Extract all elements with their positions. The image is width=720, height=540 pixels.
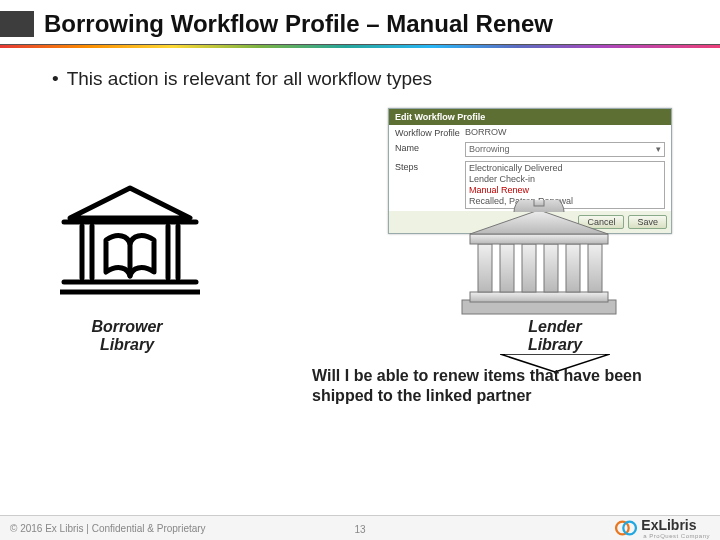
bullet-text: This action is relevant for all workflow… — [67, 68, 432, 89]
brand-name: ExLibris — [641, 517, 710, 533]
borrower-caption-line1: Borrower — [91, 318, 162, 335]
save-button[interactable]: Save — [628, 215, 667, 229]
svg-rect-16 — [588, 244, 602, 292]
svg-rect-10 — [470, 292, 608, 302]
question-text: Will I be able to renew items that have … — [312, 366, 682, 406]
name-select[interactable]: Borrowing ▾ — [465, 142, 665, 157]
svg-marker-18 — [470, 210, 608, 234]
page-number: 13 — [354, 524, 365, 535]
borrower-caption-line2: Library — [100, 336, 154, 353]
svg-rect-11 — [478, 244, 492, 292]
brand-subtitle: a ProQuest Company — [641, 533, 710, 540]
chevron-down-icon: ▾ — [656, 143, 661, 156]
brand-block: ExLibris a ProQuest Company — [615, 517, 710, 540]
lender-caption-line1: Lender — [528, 318, 581, 335]
svg-marker-0 — [70, 188, 190, 218]
footer-copyright: © 2016 Ex Libris | Confidential & Propri… — [10, 523, 206, 534]
svg-rect-17 — [470, 234, 608, 244]
brand-logo-icon — [615, 519, 637, 537]
svg-rect-12 — [500, 244, 514, 292]
label-steps: Steps — [395, 161, 465, 172]
lender-caption-line2: Library — [528, 336, 582, 353]
step-item: Electronically Delivered — [469, 163, 661, 174]
lender-caption: Lender Library — [500, 318, 610, 354]
bullet-item: •This action is relevant for all workflo… — [52, 68, 684, 90]
svg-rect-19 — [534, 200, 544, 206]
svg-rect-14 — [544, 244, 558, 292]
step-item-highlighted: Manual Renew — [469, 185, 661, 196]
label-workflow-profile: Workflow Profile — [395, 127, 465, 138]
label-name: Name — [395, 142, 465, 153]
borrower-library-icon — [60, 180, 200, 300]
borrower-caption: Borrower Library — [72, 318, 182, 354]
title-accent-block — [0, 11, 34, 37]
value-workflow-profile: BORROW — [465, 127, 665, 137]
name-select-value: Borrowing — [469, 143, 510, 156]
panel-header: Edit Workflow Profile — [389, 109, 671, 125]
lender-library-icon — [454, 200, 624, 320]
bullet-glyph: • — [52, 68, 59, 89]
step-item: Lender Check-in — [469, 174, 661, 185]
svg-rect-15 — [566, 244, 580, 292]
svg-rect-13 — [522, 244, 536, 292]
slide-title: Borrowing Workflow Profile – Manual Rene… — [44, 10, 553, 38]
